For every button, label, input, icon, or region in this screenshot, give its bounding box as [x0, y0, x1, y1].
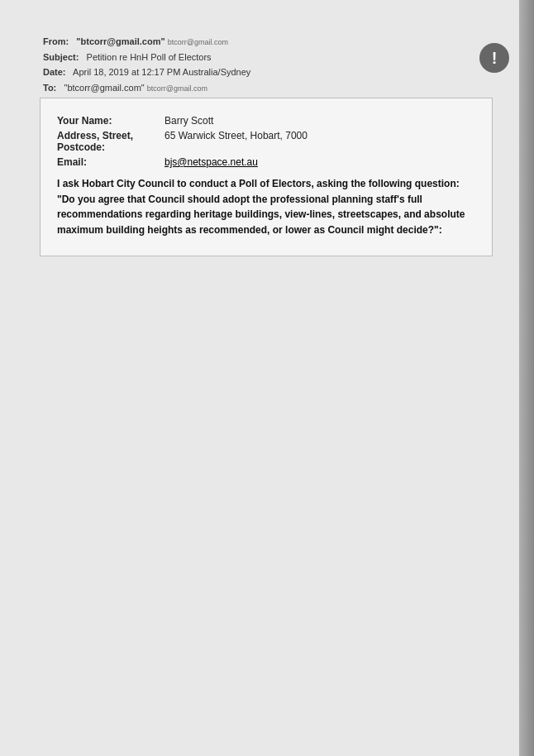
address-label: Address, Street, Postcode:	[57, 128, 164, 155]
to-value: "btcorr@gmail.com" btcorr@gmail.com	[64, 83, 207, 93]
alert-symbol: !	[492, 49, 498, 68]
card-info-table: Your Name: Barry Scott Address, Street, …	[57, 113, 475, 239]
address-value: 65 Warwick Street, Hobart, 7000	[164, 128, 475, 155]
subject-value: Petition re HnH Poll of Electors	[87, 52, 212, 62]
body-text: I ask Hobart City Council to conduct a P…	[57, 176, 475, 237]
name-label: Your Name:	[57, 113, 164, 128]
date-label: Date:	[43, 67, 66, 77]
address-row: Address, Street, Postcode: 65 Warwick St…	[57, 128, 475, 155]
email-label: Email:	[57, 155, 164, 170]
subject-label: Subject:	[43, 52, 79, 62]
email-row: Email: bjs@netspace.net.au	[57, 155, 475, 170]
email-value: bjs@netspace.net.au	[164, 155, 475, 170]
date-value: April 18, 2019 at 12:17 PM Australia/Syd…	[73, 67, 250, 77]
body-row: I ask Hobart City Council to conduct a P…	[57, 170, 475, 239]
email-card: Your Name: Barry Scott Address, Street, …	[40, 98, 493, 256]
alert-badge: !	[479, 43, 509, 73]
to-label: To:	[43, 83, 56, 93]
from-label: From:	[43, 36, 69, 46]
email-header: From: "btcorr@gmail.com" btcorr@gmail.co…	[43, 35, 250, 96]
from-value: "btcorr@gmail.com" btcorr@gmail.com	[76, 36, 228, 46]
right-border	[519, 0, 534, 756]
name-value: Barry Scott	[164, 113, 475, 128]
name-row: Your Name: Barry Scott	[57, 113, 475, 128]
